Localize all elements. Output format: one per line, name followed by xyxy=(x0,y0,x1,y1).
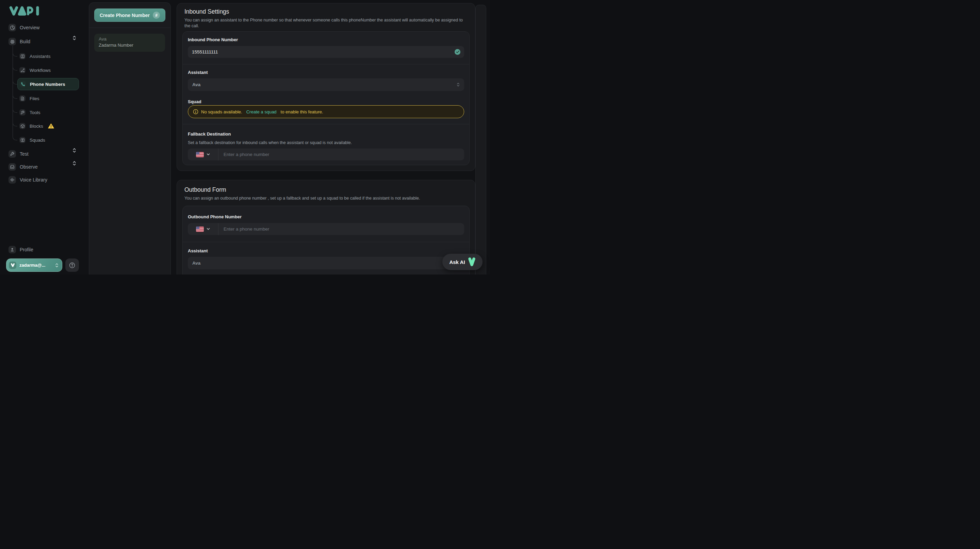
phone-number-subtitle: Zadarma Number xyxy=(99,43,165,48)
chevron-up-down-icon xyxy=(55,263,59,268)
inbound-settings-description: You can assign an assistant to the Phone… xyxy=(185,18,469,29)
fallback-destination-label: Fallback Destination xyxy=(188,131,231,137)
chevron-down-icon xyxy=(207,153,210,156)
create-squad-link[interactable]: Create a squad xyxy=(247,109,277,115)
account-switcher-button[interactable]: zadarma@... xyxy=(6,259,62,272)
vapi-v-icon xyxy=(9,262,16,269)
outbound-assistant-select[interactable]: Ava xyxy=(188,257,464,270)
check-circle-icon xyxy=(455,49,460,55)
tree-branch xyxy=(13,133,18,140)
sidebar-item-label: Tools xyxy=(30,110,40,115)
divider xyxy=(183,124,469,124)
inbound-phone-value: 15551111111 xyxy=(188,49,218,54)
tools-icon xyxy=(19,109,25,115)
hash-icon: # xyxy=(153,11,160,19)
pie-chart-icon xyxy=(8,24,16,31)
sidebar: Overview Build xyxy=(0,0,89,274)
tree-branch xyxy=(13,63,18,70)
outbound-phone-label: Outbound Phone Number xyxy=(188,214,242,219)
help-button[interactable] xyxy=(65,259,79,272)
phone-number-list-item[interactable]: Ava Zadarma Number xyxy=(94,34,165,52)
vapi-logo xyxy=(9,5,40,18)
create-phone-number-button[interactable]: Create Phone Number # xyxy=(94,8,165,22)
fallback-destination-description: Set a fallback destination for inbound c… xyxy=(188,140,352,145)
sidebar-item-tools[interactable]: Tools xyxy=(19,109,40,115)
fallback-phone-input[interactable]: Enter a phone number xyxy=(188,148,464,160)
sidebar-item-blocks[interactable]: Blocks xyxy=(19,123,54,129)
create-phone-number-label: Create Phone Number xyxy=(100,13,150,18)
sidebar-item-workflows[interactable]: Workflows xyxy=(19,67,51,73)
outbound-phone-placeholder: Enter a phone number xyxy=(218,227,269,231)
ask-ai-button[interactable]: Ask AI xyxy=(442,254,482,270)
chevron-up-down-icon[interactable] xyxy=(73,148,76,154)
sidebar-item-build[interactable]: Build xyxy=(8,38,30,45)
sidebar-item-observe[interactable]: Observe xyxy=(8,163,38,171)
divider xyxy=(183,242,469,242)
sidebar-item-test[interactable]: Test xyxy=(8,150,29,158)
squad-warning-text: No squads available. xyxy=(201,109,242,115)
collapsed-side-strip[interactable] xyxy=(476,5,486,274)
warning-triangle-icon xyxy=(48,123,54,129)
sidebar-item-profile[interactable]: Profile xyxy=(8,246,33,254)
inbound-settings-card: Inbound Phone Number 15551111111 Assista… xyxy=(182,31,469,165)
sidebar-item-phone-numbers[interactable]: Phone Numbers xyxy=(18,78,79,90)
sidebar-item-voice-library[interactable]: Voice Library xyxy=(8,176,47,184)
country-code-select[interactable] xyxy=(188,223,218,235)
phone-icon xyxy=(20,81,26,87)
user-icon xyxy=(8,246,16,254)
outbound-phone-input[interactable]: Enter a phone number xyxy=(188,223,464,235)
sidebar-item-label: Workflows xyxy=(30,68,51,73)
inbound-phone-input[interactable]: 15551111111 xyxy=(188,46,464,58)
outbound-form-title: Outbound Form xyxy=(185,186,226,193)
question-mark-icon xyxy=(69,262,76,269)
sidebar-item-squads[interactable]: Squads xyxy=(19,137,45,143)
vapi-v-icon xyxy=(468,257,476,267)
ask-ai-label: Ask AI xyxy=(449,259,465,265)
sidebar-item-assistants[interactable]: Assistants xyxy=(19,53,51,59)
sidebar-item-files[interactable]: Files xyxy=(19,95,40,102)
tree-branch xyxy=(13,91,18,99)
chevron-up-down-icon xyxy=(457,82,460,87)
tray-icon xyxy=(8,163,16,171)
sidebar-item-label: Build xyxy=(20,39,30,44)
inbound-assistant-select[interactable]: Ava xyxy=(188,78,464,91)
us-flag-icon xyxy=(196,227,204,232)
tree-branch xyxy=(13,77,18,85)
file-icon xyxy=(19,95,25,102)
waveform-icon xyxy=(8,176,16,184)
inbound-assistant-label: Assistant xyxy=(188,70,208,75)
country-code-select[interactable] xyxy=(188,148,218,160)
chip-icon xyxy=(8,38,16,45)
wrench-icon xyxy=(8,150,16,158)
sidebar-item-overview[interactable]: Overview xyxy=(8,24,40,31)
sidebar-item-label: Blocks xyxy=(30,124,43,129)
sidebar-item-label: Test xyxy=(20,151,29,156)
tree-branch xyxy=(13,49,18,56)
inbound-settings-title: Inbound Settings xyxy=(185,8,229,15)
tree-branch xyxy=(13,105,18,113)
divider xyxy=(183,64,469,64)
inbound-assistant-value: Ava xyxy=(192,82,200,87)
chevron-up-down-icon[interactable] xyxy=(73,161,76,167)
sidebar-item-label: Phone Numbers xyxy=(30,82,65,87)
chevron-up-down-icon[interactable] xyxy=(73,35,76,42)
us-flag-icon xyxy=(196,152,204,157)
cube-icon xyxy=(19,123,25,129)
outbound-form-card: Outbound Phone Number Enter a phone numb… xyxy=(182,206,469,274)
phone-number-list-panel: Create Phone Number # Ava Zadarma Number xyxy=(89,2,171,274)
fallback-phone-placeholder: Enter a phone number xyxy=(218,152,269,157)
squad-warning-banner: No squads available. Create a squad to e… xyxy=(188,105,464,118)
account-email: zadarma@... xyxy=(19,263,52,268)
squad-label: Squad xyxy=(188,99,202,104)
sidebar-item-label: Voice Library xyxy=(20,177,47,182)
outbound-assistant-label: Assistant xyxy=(188,248,208,254)
assistant-card-icon xyxy=(19,53,25,59)
sidebar-item-label: Observe xyxy=(20,164,38,169)
squad-card-icon xyxy=(19,137,25,143)
inbound-phone-label: Inbound Phone Number xyxy=(188,37,238,42)
alert-circle-icon xyxy=(193,109,198,115)
phone-number-name: Ava xyxy=(99,37,165,41)
sidebar-item-label: Overview xyxy=(20,25,40,30)
sidebar-item-label: Files xyxy=(30,96,40,101)
sidebar-item-label: Assistants xyxy=(30,54,51,59)
